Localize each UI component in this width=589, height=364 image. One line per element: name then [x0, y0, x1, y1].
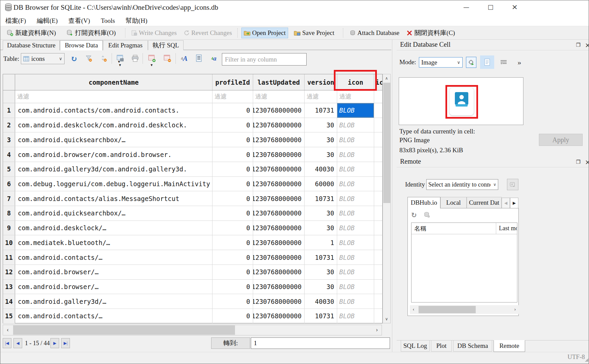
cell-partial[interactable] [374, 118, 382, 132]
cell-version[interactable]: 30 [305, 265, 337, 279]
cell-lastUpdated[interactable]: 1230768000000 [253, 191, 305, 206]
cell-profileId[interactable]: 0 [212, 221, 253, 235]
cell-componentName[interactable]: com.android.quicksearchbox/… [15, 206, 212, 220]
cell-lastUpdated[interactable]: 1230768000000 [253, 221, 305, 235]
row-number[interactable]: 12 [3, 265, 15, 279]
first-record-button[interactable]: |◀ [3, 338, 11, 348]
filter-lastUpdated-input[interactable] [253, 90, 304, 103]
open-project-button[interactable]: Open Project [241, 28, 288, 38]
header-corner[interactable] [3, 74, 15, 90]
row-number[interactable]: 4 [3, 147, 15, 162]
cell-profileId[interactable]: 0 [212, 162, 253, 176]
cell-profileId[interactable]: 0 [212, 191, 253, 206]
refresh-button[interactable]: ↻ [69, 54, 79, 63]
cell-version[interactable]: 40030 [305, 162, 337, 176]
scroll-right-icon[interactable]: › [372, 325, 382, 335]
table-vertical-scrollbar[interactable]: ∧ ∨ [383, 74, 391, 323]
cell-lastUpdated[interactable]: 1230768000000 [253, 280, 305, 294]
cell-profileId[interactable]: 0 [212, 118, 253, 132]
cell-partial[interactable] [374, 265, 382, 279]
font-format-small-icon[interactable]: 4a [209, 54, 219, 63]
cell-componentName[interactable]: com.android.browser/… [15, 265, 212, 279]
import-identity-button[interactable] [507, 179, 518, 190]
insert-record-button[interactable] [147, 54, 157, 63]
tab-sql-log[interactable]: SQL Log [401, 340, 430, 352]
close-database-button[interactable]: × 關閉資料庫(C) [404, 28, 457, 38]
menu-edit[interactable]: 編輯(E) [33, 15, 62, 27]
cell-partial[interactable] [374, 191, 382, 206]
text-mode-button[interactable] [480, 55, 494, 69]
maximize-button[interactable]: □ [483, 2, 498, 13]
cell-partial[interactable] [374, 103, 382, 118]
cell-componentName[interactable]: com.android.contacts/alias.MessageShortc… [15, 191, 212, 206]
cell-icon[interactable]: BLOB [337, 118, 374, 132]
cell-componentName[interactable]: com.android.contacts/… [15, 309, 212, 323]
word-wrap-button[interactable] [498, 57, 509, 68]
cell-version[interactable]: 40030 [305, 294, 337, 309]
cell-lastUpdated[interactable]: 1230768000000 [253, 265, 305, 279]
cell-version[interactable]: 10731 [305, 103, 337, 118]
menu-tools[interactable]: Tools [97, 16, 119, 26]
cell-profileId[interactable]: 0 [212, 132, 253, 147]
row-number[interactable]: 3 [3, 132, 15, 147]
cell-lastUpdated[interactable]: 1230768000000 [253, 162, 305, 176]
cell-icon[interactable]: BLOB [337, 103, 374, 118]
cell-lastUpdated[interactable]: 1230768000000 [253, 103, 305, 118]
tab-scroll-right-icon[interactable]: ▶ [510, 198, 518, 208]
filter-icon-input[interactable] [337, 90, 374, 103]
cell-version[interactable]: 30 [305, 206, 337, 220]
row-number[interactable]: 11 [3, 250, 15, 265]
cell-lastUpdated[interactable]: 1230768000000 [253, 118, 305, 132]
next-record-button[interactable]: ▶ [50, 338, 59, 348]
cell-partial[interactable] [374, 147, 382, 162]
cell-componentName[interactable]: com.android.contacts/com.android.contact… [15, 103, 212, 118]
cell-icon[interactable]: BLOB [337, 147, 374, 162]
header-componentName[interactable]: componentName [15, 74, 212, 90]
cell-componentName[interactable]: com.android.deskclock/… [15, 221, 212, 235]
table-horizontal-scrollbar[interactable]: ‹ › [3, 325, 382, 335]
remote-refresh-icon[interactable]: ↻ [411, 211, 417, 219]
tab-execute-sql[interactable]: 執行 SQL [148, 40, 184, 50]
import-data-button[interactable] [466, 57, 476, 68]
cell-icon[interactable]: BLOB [337, 221, 374, 235]
delete-record-button[interactable] [163, 54, 172, 63]
remote-header-name[interactable]: 名稱 [411, 223, 496, 234]
cell-icon[interactable]: BLOB [337, 280, 374, 294]
cell-componentName[interactable]: com.debug.loggerui/com.debug.loggerui.Ma… [15, 177, 212, 191]
cell-icon[interactable]: BLOB [337, 177, 374, 191]
scroll-left-icon[interactable]: ‹ [410, 305, 417, 314]
resize-grip[interactable] [585, 358, 588, 362]
remote-tab-current-database[interactable]: Current Dat [467, 197, 502, 208]
row-number[interactable]: 5 [3, 162, 15, 176]
menu-file[interactable]: 檔案(F) [1, 15, 30, 27]
scroll-left-icon[interactable]: ‹ [3, 325, 12, 335]
tab-browse-data[interactable]: Browse Data [60, 40, 103, 50]
print-button[interactable] [130, 54, 140, 63]
cell-componentName[interactable]: com.android.gallery3d/com.android.galler… [15, 162, 212, 176]
cell-version[interactable]: 10731 [305, 309, 337, 323]
write-changes-button[interactable]: Write Changes [129, 28, 179, 38]
cell-lastUpdated[interactable]: 1230768000000 [253, 309, 305, 323]
cell-lastUpdated[interactable]: 1230768000000 [253, 250, 305, 265]
previous-record-button[interactable]: ◀ [13, 338, 22, 348]
header-lastUpdated[interactable]: lastUpdated [253, 74, 305, 90]
cell-icon[interactable]: BLOB [337, 132, 374, 147]
cell-profileId[interactable]: 0 [212, 294, 253, 309]
row-number[interactable]: 2 [3, 118, 15, 132]
cell-componentName[interactable]: com.android.browser/com.android.browser. [15, 147, 212, 162]
cell-partial[interactable] [374, 177, 382, 191]
attach-database-button[interactable]: Attach Database [348, 28, 401, 38]
cell-icon[interactable]: BLOB [337, 309, 374, 323]
apply-button[interactable]: Apply [539, 134, 583, 146]
cell-version[interactable]: 30 [305, 118, 337, 132]
header-profileId[interactable]: profileId [212, 74, 253, 90]
cell-componentName[interactable]: com.android.browser/… [15, 280, 212, 294]
binary-view-icon[interactable] [194, 54, 204, 63]
cell-lastUpdated[interactable]: 1230768000000 [253, 235, 305, 250]
close-panel-icon[interactable]: × [584, 158, 589, 166]
row-number[interactable]: 10 [3, 235, 15, 250]
cell-icon[interactable]: BLOB [337, 191, 374, 206]
float-panel-icon[interactable]: ❐ [574, 158, 582, 166]
clear-sorting-button[interactable] [99, 54, 108, 63]
horizontal-scroll-thumb[interactable] [13, 325, 235, 335]
